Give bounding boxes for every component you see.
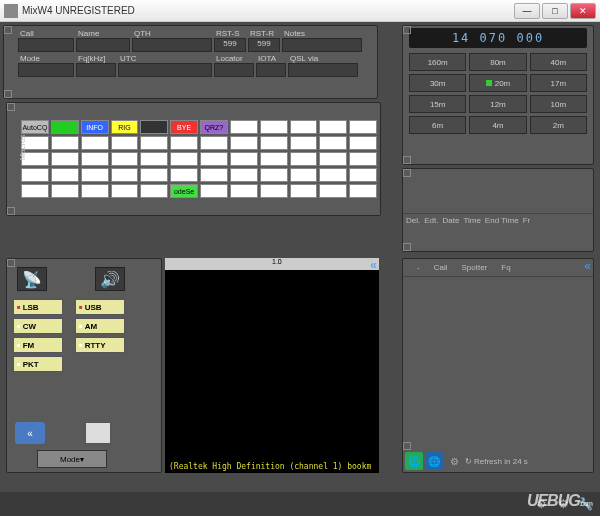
globe-icon[interactable]: 🌐: [405, 452, 423, 470]
column-header[interactable]: Spotter: [461, 263, 487, 272]
macro-button[interactable]: [349, 152, 377, 166]
macro-button[interactable]: [140, 120, 168, 134]
column-header[interactable]: Time: [463, 216, 480, 225]
band-button-12m[interactable]: 12m: [469, 95, 526, 113]
macro-button[interactable]: [260, 184, 288, 198]
panel-corner-icon[interactable]: [4, 26, 12, 34]
band-button-40m[interactable]: 40m: [530, 53, 587, 71]
macro-button[interactable]: [319, 136, 347, 150]
qslvia-input[interactable]: [288, 63, 358, 77]
utc-input[interactable]: [118, 63, 212, 77]
macro-button[interactable]: [290, 136, 318, 150]
locator-input[interactable]: [214, 63, 254, 77]
macro-button[interactable]: [230, 136, 258, 150]
band-button-160m[interactable]: 160m: [409, 53, 466, 71]
iota-input[interactable]: [256, 63, 286, 77]
call-input[interactable]: [18, 38, 74, 52]
panel-corner-icon[interactable]: [7, 259, 15, 267]
macro-button[interactable]: [170, 168, 198, 182]
band-button-6m[interactable]: 6m: [409, 116, 466, 134]
rsts-input[interactable]: 599: [214, 38, 246, 52]
mode-button-am[interactable]: AM: [75, 318, 125, 334]
band-button-17m[interactable]: 17m: [530, 74, 587, 92]
macro-button[interactable]: [111, 184, 139, 198]
mode-dropdown[interactable]: Mode ▾: [37, 450, 107, 468]
macro-button[interactable]: [260, 168, 288, 182]
macro-button[interactable]: INFO: [81, 120, 109, 134]
macro-button[interactable]: [230, 120, 258, 134]
mode-button-fm[interactable]: FM: [13, 337, 63, 353]
macro-button[interactable]: [111, 136, 139, 150]
name-input[interactable]: [76, 38, 130, 52]
panel-corner-icon[interactable]: [403, 169, 411, 177]
refresh-status[interactable]: ↻ Refresh in 24 s: [465, 457, 528, 466]
macro-button[interactable]: QRZ?: [200, 120, 228, 134]
macro-button[interactable]: [349, 120, 377, 134]
macro-button[interactable]: [81, 136, 109, 150]
macro-button[interactable]: [51, 152, 79, 166]
column-header[interactable]: Call: [434, 263, 448, 272]
band-button-4m[interactable]: 4m: [469, 116, 526, 134]
waterfall-display[interactable]: 1.0 « (Realtek High Definition (channel …: [165, 258, 379, 473]
macro-button[interactable]: [319, 184, 347, 198]
macro-button[interactable]: [51, 168, 79, 182]
mode-input[interactable]: [18, 63, 74, 77]
column-header[interactable]: Del.: [406, 216, 420, 225]
macro-button[interactable]: [140, 184, 168, 198]
macro-button[interactable]: [230, 184, 258, 198]
rstr-input[interactable]: 599: [248, 38, 280, 52]
macro-button[interactable]: [140, 136, 168, 150]
panel-corner-icon[interactable]: [403, 156, 411, 164]
mode-button-rtty[interactable]: RTTY: [75, 337, 125, 353]
mode-button-pkt[interactable]: PKT: [13, 356, 63, 372]
panel-corner-icon[interactable]: [7, 207, 15, 215]
panel-corner-icon[interactable]: [403, 442, 411, 450]
macro-button[interactable]: [111, 152, 139, 166]
panel-corner-icon[interactable]: [7, 103, 15, 111]
qth-input[interactable]: [132, 38, 212, 52]
minimize-button[interactable]: —: [514, 3, 540, 19]
macro-button[interactable]: [290, 120, 318, 134]
band-button-30m[interactable]: 30m: [409, 74, 466, 92]
speaker-icon[interactable]: 🔊: [95, 267, 125, 291]
column-header[interactable]: Edt.: [424, 216, 438, 225]
macro-button[interactable]: [230, 152, 258, 166]
macro-button[interactable]: [200, 136, 228, 150]
macro-button[interactable]: [200, 184, 228, 198]
notes-input[interactable]: [282, 38, 362, 52]
macro-button[interactable]: [319, 120, 347, 134]
macro-button[interactable]: [51, 136, 79, 150]
antenna-icon[interactable]: 📡: [17, 267, 47, 291]
column-header[interactable]: Date: [442, 216, 459, 225]
macro-button[interactable]: [51, 120, 79, 134]
macro-button[interactable]: [230, 168, 258, 182]
column-header[interactable]: End Time: [485, 216, 519, 225]
band-button-15m[interactable]: 15m: [409, 95, 466, 113]
macro-button[interactable]: [349, 168, 377, 182]
macro-button[interactable]: [140, 152, 168, 166]
maximize-button[interactable]: □: [542, 3, 568, 19]
macro-button[interactable]: [170, 152, 198, 166]
macro-button[interactable]: [200, 168, 228, 182]
macro-button[interactable]: [260, 152, 288, 166]
column-header[interactable]: Fq: [501, 263, 510, 272]
fqkhz-input[interactable]: [76, 63, 116, 77]
globe2-icon[interactable]: 🌐: [425, 452, 443, 470]
macro-button[interactable]: BYE: [170, 120, 198, 134]
nav-back-button[interactable]: «: [15, 422, 45, 444]
macro-button[interactable]: [290, 184, 318, 198]
mode-button-cw[interactable]: CW: [13, 318, 63, 334]
macro-button[interactable]: [111, 168, 139, 182]
collapse-icon[interactable]: «: [584, 259, 591, 273]
panel-corner-icon[interactable]: [4, 90, 12, 98]
panel-corner-icon[interactable]: [403, 243, 411, 251]
macro-button[interactable]: AutoCQ: [21, 120, 49, 134]
macro-button[interactable]: [260, 136, 288, 150]
macro-button[interactable]: [260, 120, 288, 134]
band-button-20m[interactable]: 20m: [469, 74, 526, 92]
macro-button[interactable]: [81, 184, 109, 198]
collapse-icon[interactable]: «: [370, 258, 377, 272]
macro-button[interactable]: [140, 168, 168, 182]
macro-button[interactable]: [200, 152, 228, 166]
mode-button-usb[interactable]: USB: [75, 299, 125, 315]
